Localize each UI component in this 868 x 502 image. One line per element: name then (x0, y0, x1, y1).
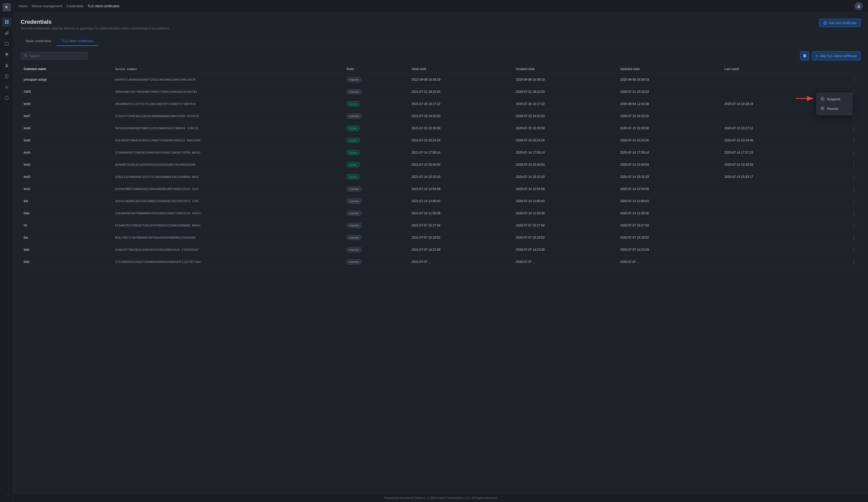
cell-state: Inactive (343, 207, 409, 220)
revoke-label: Revoke (827, 107, 838, 111)
sidebar-item-settings[interactable] (2, 82, 11, 92)
cell-state: Inactive (343, 74, 409, 86)
row-more-button[interactable]: ⋮ (850, 198, 858, 204)
cell-valid: 2021-07-15 14:20:20 (409, 110, 513, 122)
breadcrumb-sep-2: › (64, 4, 65, 8)
cell-updated: 2020-07-15 10:24:26 (617, 134, 722, 147)
sidebar-item-user[interactable] (2, 61, 11, 70)
sidebar-item-chart[interactable] (2, 28, 11, 38)
row-more-button[interactable]: ⋮ (850, 162, 858, 168)
search-input[interactable] (30, 54, 84, 58)
cell-serial: 1582513244894587327577576018600014367269… (112, 171, 343, 183)
cell-lastused (721, 74, 826, 86)
cell-actions: ⋮ (826, 74, 861, 86)
row-more-button[interactable]: ⋮ (850, 186, 858, 192)
row-more-button[interactable]: ⋮ (850, 223, 858, 228)
cell-state: Inactive (343, 220, 409, 232)
svg-rect-1 (7, 20, 9, 22)
cell-updated: 2020-09-04 12:42:38 (617, 98, 722, 110)
row-more-button[interactable]: ⋮ (850, 247, 858, 252)
table-row: blah 14461977386381614485387313991208634… (21, 244, 861, 256)
cell-updated: 2020-09-08 16:39:19 (617, 74, 722, 86)
app-logo: K (3, 3, 11, 11)
state-badge: Inactive (347, 259, 362, 264)
cell-lastused: 2020-07-15 10:27:11 (721, 122, 826, 134)
cell-name: test8 (21, 98, 112, 110)
cell-created: 2020-07-07 14:23:39 (513, 244, 617, 256)
breadcrumb-home[interactable]: Home (19, 4, 28, 8)
cell-lastused (721, 86, 826, 98)
table-body: pineapple-adage 695070714694635665877242… (21, 74, 861, 268)
cell-state: Active (343, 122, 409, 134)
tab-tls-certificates[interactable]: TLS client certificates (56, 37, 99, 46)
row-more-button[interactable]: ⋮ (850, 174, 858, 180)
svg-rect-3 (7, 22, 9, 24)
cell-created: 2020-07-07 ... (513, 256, 617, 268)
suspend-label: Suspend (827, 97, 840, 101)
cell-name: bla (21, 232, 112, 244)
cell-created: 2020-07-07 15:17:04 (513, 220, 617, 232)
col-header-actions (826, 64, 861, 74)
cell-name: blah (21, 256, 112, 268)
main-content: Home › Device management › Credentials ›… (13, 0, 868, 502)
cell-lastused (721, 110, 826, 122)
cell-state: Active (343, 171, 409, 183)
get-root-certificate-button[interactable]: Get root certificate (819, 19, 861, 27)
row-more-button[interactable]: ⋮ (850, 77, 858, 82)
add-cert-label: Add TLS client certificate (820, 54, 857, 58)
cell-valid: 2021-07-14 15:40:04 (409, 159, 513, 171)
cell-created: 2020-07-14 15:40:04 (513, 159, 617, 171)
cell-lastused (721, 244, 826, 256)
cell-state: Inactive (343, 256, 409, 268)
cell-created: 2020-07-14 12:54:09 (513, 183, 617, 195)
suspend-icon (821, 97, 824, 101)
sidebar-item-notifications[interactable] (2, 50, 11, 59)
certificates-table: Common name Serial number State Valid un… (21, 64, 861, 268)
svg-rect-2 (5, 22, 7, 24)
cell-state: Active (343, 98, 409, 110)
cell-updated: 2020-07-07 14:23:39 (617, 244, 722, 256)
cell-lastused: 2020-07-16 10:18:19 (721, 98, 826, 110)
state-badge: Inactive (347, 113, 362, 119)
cell-name: hh (21, 220, 112, 232)
sidebar-item-help[interactable]: ? (2, 93, 11, 103)
breadcrumb-device-management[interactable]: Device management (32, 4, 62, 8)
row-more-button[interactable]: ⋮ (850, 150, 858, 155)
row-more-button[interactable]: ⋮ (850, 235, 858, 240)
shield-button[interactable] (800, 51, 809, 60)
breadcrumb-credentials[interactable]: Credentials (66, 4, 83, 8)
sidebar-item-devices[interactable] (2, 39, 11, 48)
cell-name: test5 (21, 134, 112, 147)
context-menu-suspend[interactable]: Suspend (817, 94, 852, 104)
table-row: hh 6734067813798102718539747483925328403… (21, 220, 861, 232)
cell-name: test3 (21, 159, 112, 171)
cell-state: Inactive (343, 195, 409, 207)
row-more-button[interactable]: ⋮ (850, 259, 858, 265)
sidebar-item-grid[interactable] (2, 17, 11, 27)
breadcrumb: Home › Device management › Credentials ›… (19, 4, 855, 8)
sidebar-item-document[interactable] (2, 72, 11, 81)
cell-lastused (721, 256, 826, 268)
row-more-button[interactable]: ⋮ (850, 138, 858, 143)
cell-valid: 2021-07-14 11:59:36 (409, 207, 513, 220)
search-box[interactable] (21, 52, 88, 60)
cell-lastused (721, 207, 826, 220)
sidebar: K (0, 0, 13, 502)
col-header-created: Created date (513, 64, 617, 74)
user-avatar[interactable] (855, 2, 863, 10)
cell-name: test1 (21, 183, 112, 195)
cell-updated: 2020-07-07 ... (617, 256, 722, 268)
svg-rect-7 (5, 42, 9, 45)
add-tls-certificate-button[interactable]: + Add TLS client certificate (812, 51, 861, 60)
state-badge: Active (347, 150, 360, 155)
cell-serial: 3910800241111575374114631883707253685737… (112, 98, 343, 110)
row-more-button[interactable]: ⋮ (850, 210, 858, 216)
cell-updated: 2020-07-14 11:59:36 (617, 207, 722, 220)
context-menu-revoke[interactable]: Revoke (817, 104, 852, 113)
cell-name: A300 (21, 86, 112, 98)
sidebar-expand-button[interactable]: › (2, 493, 11, 499)
cell-updated: 2020-07-15 14:20:20 (617, 110, 722, 122)
state-badge: Inactive (347, 199, 362, 204)
row-more-button[interactable]: ⋮ (850, 126, 858, 131)
tab-basic-credentials[interactable]: Basic credentials (21, 37, 56, 46)
